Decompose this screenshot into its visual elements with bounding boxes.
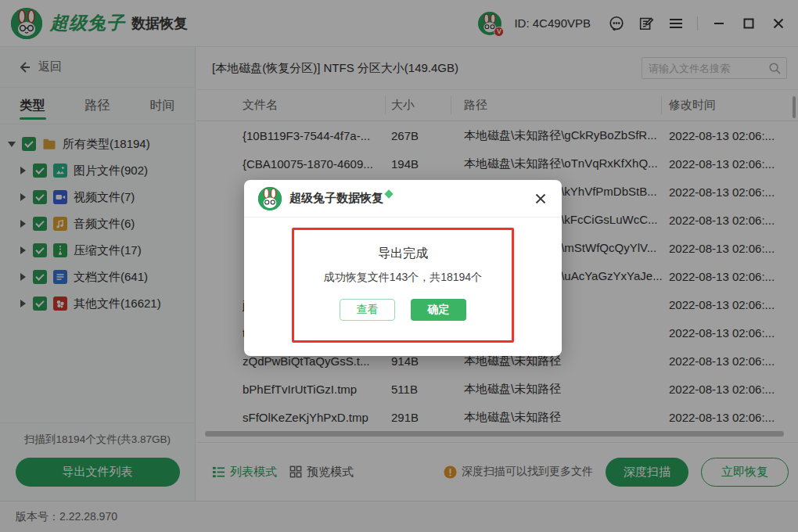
ok-button[interactable]: 确定	[411, 299, 466, 321]
dialog-message-title: 导出完成	[294, 246, 512, 262]
diamond-accent-icon	[384, 189, 393, 198]
highlight-red-box: 导出完成 成功恢复文件143个，共18194个 查看 确定	[292, 228, 514, 343]
export-complete-dialog: 超级兔子数据恢复 导出完成 成功恢复文件143个，共18194个 查看 确定	[244, 180, 562, 356]
dialog-logo-icon	[258, 187, 282, 210]
view-button[interactable]: 查看	[340, 299, 395, 321]
dialog-close-button[interactable]	[532, 190, 549, 207]
app-window: 超级兔子 数据恢复 V ID: 4C490VPB	[0, 0, 798, 532]
dialog-message-detail: 成功恢复文件143个，共18194个	[294, 271, 512, 285]
dialog-title: 超级兔子数据恢复	[289, 191, 383, 206]
dialog-buttons: 查看 确定	[294, 299, 512, 321]
dialog-header: 超级兔子数据恢复	[244, 180, 562, 217]
